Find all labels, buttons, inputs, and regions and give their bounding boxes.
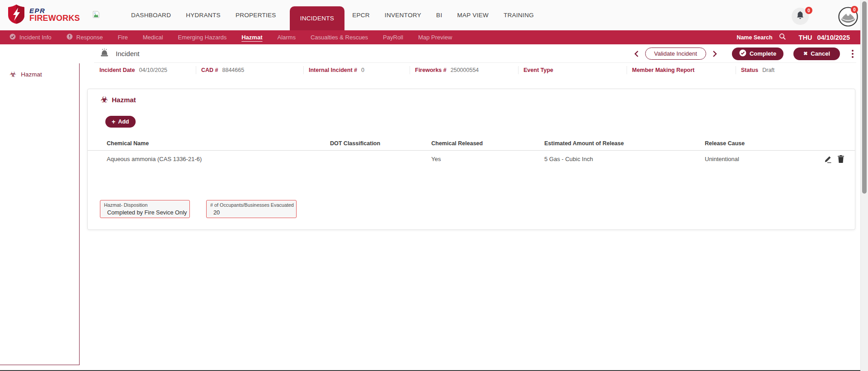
trash-icon — [837, 158, 844, 165]
subnav-label: Incident Info — [19, 34, 52, 41]
table-row: Aqueous ammonia (CAS 1336-21-6) Yes 5 Ga… — [88, 151, 855, 169]
nav-hydrants[interactable]: HYDRANTS — [186, 12, 221, 19]
column-chemical-released: Chemical Released — [431, 140, 483, 147]
info-value: 250000554 — [450, 67, 479, 73]
delete-row-button[interactable] — [837, 155, 844, 165]
subnav-medical[interactable]: Medical — [143, 34, 163, 41]
add-chemical-button[interactable]: + Add — [105, 116, 136, 128]
complete-label: Complete — [750, 50, 776, 57]
info-cad-number: CAD # 8844665 — [196, 66, 303, 74]
cell-estimated-amount: 5 Gas - Cubic Inch — [544, 156, 593, 162]
subnav-alarms[interactable]: Alarms — [277, 34, 295, 41]
nav-bi[interactable]: BI — [436, 12, 442, 19]
x-icon: ✖ — [803, 51, 807, 57]
check-circle-icon — [9, 33, 16, 41]
nav-incidents-active-tab[interactable]: INCIDENTS — [290, 6, 344, 30]
cancel-button[interactable]: ✖ Cancel — [793, 48, 840, 60]
notifications-badge: 0 — [805, 7, 812, 14]
broken-image-icon — [93, 11, 99, 20]
info-label: Member Making Report — [632, 67, 694, 73]
info-label: Internal Incident # — [309, 67, 357, 73]
profile-badge: 0 — [851, 6, 858, 13]
subnav-payroll[interactable]: PayRoll — [383, 34, 403, 41]
info-label: Status — [741, 67, 758, 73]
subnav-fire[interactable]: Fire — [118, 34, 127, 41]
info-value: Draft — [762, 67, 774, 73]
cell-chemical-name: Aqueous ammonia (CAS 1336-21-6) — [107, 156, 202, 162]
check-circle-icon — [739, 49, 746, 58]
info-value: 8844665 — [222, 67, 245, 73]
primary-navigation: DASHBOARD HYDRANTS PROPERTIES INCIDENTS … — [131, 0, 549, 30]
complete-button[interactable]: Complete — [732, 48, 783, 60]
incident-sub-navigation: Incident Info Response Fire Medical Emer… — [0, 30, 868, 44]
incident-title-text: Incident — [116, 50, 140, 57]
search-icon[interactable] — [779, 33, 786, 42]
info-label: Event Type — [524, 67, 553, 73]
bell-icon — [796, 11, 805, 22]
logo-line1: EPR — [29, 7, 80, 14]
hazmat-section-title: ☣ Hazmat — [101, 96, 136, 104]
field-label: Hazmat- Disposition — [104, 202, 186, 208]
subnav-hazmat-active[interactable]: Hazmat — [241, 34, 262, 41]
subnav-response[interactable]: Response — [66, 33, 103, 41]
edit-row-button[interactable] — [824, 155, 832, 165]
field-value: 20 — [213, 209, 292, 216]
add-label: Add — [118, 119, 129, 125]
column-dot-classification: DOT Classification — [330, 140, 380, 147]
nav-epcr[interactable]: EPCR — [352, 12, 370, 19]
logo-shield-icon — [7, 4, 25, 26]
column-estimated-amount: Estimated Amount of Release — [544, 140, 624, 147]
info-status: Status Draft — [736, 66, 856, 74]
section-sidebar: ☣ Hazmat — [0, 63, 80, 365]
cell-release-cause: Unintentional — [705, 156, 739, 162]
field-value: Completed by Fire Sevice Only — [107, 209, 186, 216]
date-value: 04/10/2025 — [817, 34, 850, 41]
biohazard-icon: ☣ — [101, 96, 108, 104]
info-fireworks-number: Fireworks # 250000554 — [410, 66, 518, 74]
next-section-button[interactable] — [712, 50, 717, 57]
nav-map-view[interactable]: MAP VIEW — [457, 12, 489, 19]
sidebar-item-hazmat[interactable]: ☣ Hazmat — [0, 63, 79, 78]
chemicals-table-header: Chemical Name DOT Classification Chemica… — [88, 137, 855, 151]
more-options-menu[interactable] — [850, 48, 855, 60]
subnav-incident-info[interactable]: Incident Info — [9, 33, 52, 41]
validate-incident-button[interactable]: Validate Incident — [645, 48, 706, 60]
info-member-making-report: Member Making Report — [627, 66, 736, 74]
pencil-icon — [824, 158, 832, 165]
subnav-map-preview[interactable]: Map Preview — [418, 34, 452, 41]
name-search-label[interactable]: Name Search — [736, 34, 772, 41]
hazmat-title-text: Hazmat — [112, 96, 136, 104]
info-internal-incident-number: Internal Incident # 0 — [303, 66, 410, 74]
column-chemical-name: Chemical Name — [107, 140, 149, 147]
plus-icon: + — [112, 119, 115, 125]
sidebar-item-label: Hazmat — [21, 71, 42, 78]
exclamation-circle-icon — [66, 33, 73, 41]
subnav-label: Response — [76, 34, 103, 41]
info-label: Incident Date — [99, 67, 135, 73]
incident-info-bar: Incident Date 04/10/2025 CAD # 8844665 I… — [95, 63, 856, 77]
nav-inventory[interactable]: INVENTORY — [385, 12, 421, 19]
vertical-scrollbar[interactable] — [860, 0, 868, 371]
cell-chemical-released: Yes — [431, 156, 441, 162]
hazmat-fields-row: Hazmat- Disposition Completed by Fire Se… — [100, 200, 297, 218]
field-label: # of Occupants/Businesses Evacuated — [210, 202, 292, 208]
current-date: THU 04/10/2025 — [799, 34, 850, 41]
subnav-casualties-rescues[interactable]: Casualties & Rescues — [311, 34, 368, 41]
hazmat-card: ☣ Hazmat + Add Chemical Name DOT Classif… — [87, 89, 855, 230]
nav-dashboard[interactable]: DASHBOARD — [131, 12, 171, 19]
nav-training[interactable]: TRAINING — [504, 12, 534, 19]
incident-header-row: Incident Validate Incident Complete ✖ Ca… — [94, 45, 856, 63]
occupants-evacuated-field[interactable]: # of Occupants/Businesses Evacuated 20 — [206, 200, 297, 218]
info-label: CAD # — [201, 67, 218, 73]
previous-section-button[interactable] — [634, 50, 639, 57]
scrollbar-thumb[interactable] — [862, 1, 867, 194]
app-logo[interactable]: EPR FIREWORKS — [7, 4, 80, 26]
biohazard-icon: ☣ — [9, 71, 16, 78]
hazmat-disposition-field[interactable]: Hazmat- Disposition Completed by Fire Se… — [100, 200, 190, 218]
info-value: 0 — [361, 67, 364, 73]
nav-properties[interactable]: PROPERTIES — [236, 12, 276, 19]
top-header-bar: EPR FIREWORKS DASHBOARD HYDRANTS PROPERT… — [0, 0, 868, 30]
subnav-emerging-hazards[interactable]: Emerging Hazards — [178, 34, 227, 41]
info-incident-date: Incident Date 04/10/2025 — [95, 66, 196, 74]
logo-line2: FIREWORKS — [29, 14, 80, 23]
